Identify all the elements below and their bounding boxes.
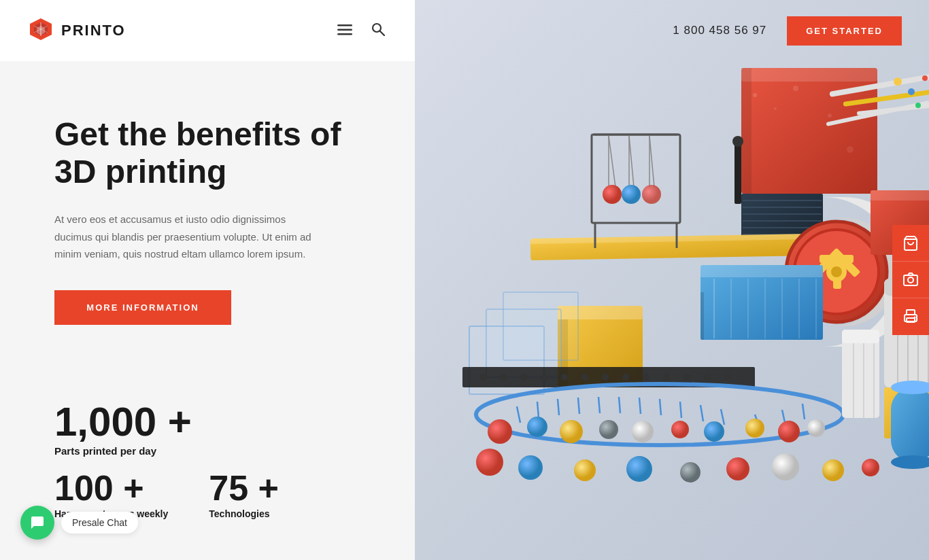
chat-widget: Presale Chat: [20, 506, 138, 540]
svg-line-92: [803, 404, 805, 419]
stat-primary: 1,000 +: [54, 402, 374, 442]
illustration-svg: [449, 54, 929, 503]
svg-line-82: [578, 398, 579, 414]
chat-label: Presale Chat: [61, 512, 138, 533]
get-started-button[interactable]: GET STARTED: [787, 16, 902, 46]
svg-line-98: [609, 136, 615, 187]
svg-point-16: [793, 86, 798, 91]
side-toolbar: [892, 225, 929, 335]
cart-icon: [902, 235, 919, 251]
svg-point-76: [704, 374, 711, 381]
svg-point-72: [622, 374, 629, 381]
stat-primary-number: 1,000 +: [54, 402, 192, 442]
svg-rect-11: [741, 68, 877, 194]
svg-rect-7: [337, 29, 352, 31]
svg-point-77: [724, 374, 731, 381]
svg-rect-13: [741, 68, 751, 194]
right-panel: [415, 0, 929, 560]
svg-point-68: [541, 374, 547, 381]
svg-point-66: [500, 374, 507, 381]
svg-point-15: [774, 107, 777, 110]
svg-point-119: [745, 419, 764, 438]
svg-point-102: [622, 185, 641, 204]
chat-icon: [29, 514, 46, 531]
print-icon: [902, 309, 919, 325]
svg-point-69: [561, 374, 568, 381]
svg-line-85: [639, 398, 641, 414]
svg-line-89: [721, 409, 724, 425]
svg-rect-149: [907, 318, 915, 322]
photo-button[interactable]: [892, 262, 929, 298]
stat-primary-label: Parts printed per day: [54, 445, 374, 457]
svg-point-113: [527, 417, 547, 437]
hero-illustration: [449, 54, 911, 517]
stats-section: 1,000 + Parts printed per day 100 + Happ…: [54, 388, 374, 519]
svg-rect-62: [871, 190, 929, 200]
search-icon[interactable]: [369, 20, 388, 42]
svg-point-115: [599, 420, 618, 439]
svg-point-133: [922, 75, 928, 81]
svg-point-146: [908, 277, 913, 283]
stat-technologies: 75 + Technologies: [209, 470, 279, 519]
svg-rect-6: [337, 24, 352, 27]
svg-point-71: [602, 374, 609, 381]
svg-point-121: [807, 419, 825, 437]
svg-point-17: [828, 113, 832, 118]
svg-point-138: [891, 455, 929, 469]
svg-rect-93: [592, 135, 680, 223]
svg-line-88: [700, 405, 703, 421]
cart-button[interactable]: [892, 225, 929, 262]
chat-button[interactable]: [20, 506, 54, 540]
print-button[interactable]: [892, 298, 929, 335]
svg-line-84: [619, 397, 620, 413]
stat-technologies-number: 75 +: [209, 470, 279, 506]
svg-rect-147: [907, 310, 915, 315]
svg-rect-140: [842, 330, 879, 343]
svg-point-65: [479, 374, 486, 381]
svg-point-131: [894, 77, 902, 86]
svg-line-80: [537, 402, 539, 418]
svg-point-67: [520, 374, 527, 381]
svg-point-128: [772, 453, 799, 480]
svg-point-129: [822, 459, 844, 481]
menu-icon[interactable]: [335, 20, 355, 41]
svg-point-37: [831, 266, 842, 277]
svg-line-79: [517, 406, 520, 423]
svg-point-9: [373, 24, 381, 32]
svg-point-127: [726, 457, 749, 480]
left-panel: Get the benefits of 3D printing At vero …: [0, 0, 415, 560]
svg-point-74: [663, 374, 670, 381]
hero-title: Get the benefits of 3D printing: [54, 116, 374, 190]
more-information-button[interactable]: MORE INFORMATION: [54, 290, 231, 325]
svg-point-125: [626, 456, 652, 482]
svg-point-105: [642, 185, 661, 204]
header-left: PRINTO: [0, 0, 415, 61]
svg-line-10: [380, 31, 384, 35]
svg-point-99: [603, 185, 622, 204]
svg-point-134: [915, 103, 921, 108]
svg-rect-60: [503, 292, 578, 360]
svg-rect-40: [700, 265, 823, 277]
svg-rect-41: [700, 292, 704, 340]
stat-customers-number: 100 +: [54, 470, 168, 506]
svg-rect-12: [741, 68, 877, 82]
stat-technologies-label: Technologies: [209, 508, 279, 519]
svg-point-107: [732, 136, 743, 147]
svg-rect-8: [337, 33, 352, 35]
logo-wrap: PRINTO: [27, 17, 335, 44]
svg-line-104: [649, 136, 654, 187]
svg-point-18: [847, 146, 854, 153]
svg-line-86: [660, 399, 661, 415]
svg-line-101: [629, 136, 634, 187]
svg-point-123: [518, 455, 543, 480]
svg-rect-106: [734, 143, 741, 204]
hero-description: At vero eos et accusamus et iusto odio d…: [54, 211, 326, 263]
svg-point-75: [683, 374, 690, 381]
header-right: 1 800 458 56 97 GET STARTED: [415, 0, 929, 61]
svg-line-83: [598, 397, 600, 413]
svg-line-87: [680, 402, 681, 418]
svg-point-112: [488, 419, 512, 444]
svg-point-114: [560, 420, 583, 443]
svg-point-122: [476, 449, 503, 476]
svg-point-118: [704, 421, 724, 442]
